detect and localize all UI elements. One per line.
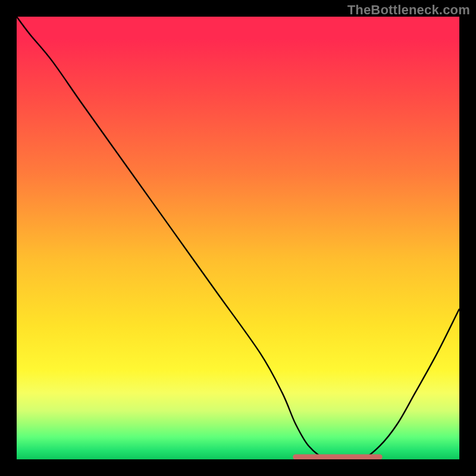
- curve-path: [17, 17, 459, 459]
- bottleneck-curve: [17, 17, 459, 459]
- plot-area: [17, 17, 459, 459]
- watermark-label: TheBottleneck.com: [347, 2, 470, 18]
- chart-frame: TheBottleneck.com: [0, 0, 476, 476]
